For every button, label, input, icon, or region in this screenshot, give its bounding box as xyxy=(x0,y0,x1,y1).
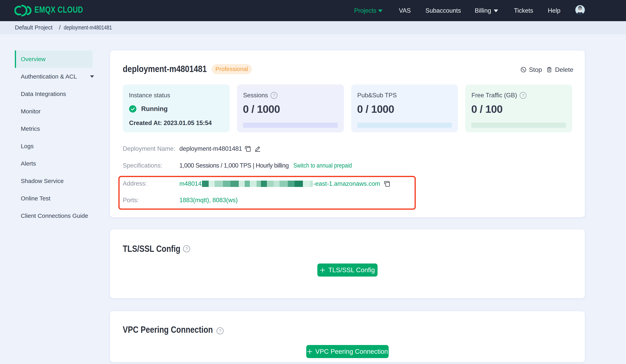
svg-text:?: ? xyxy=(522,93,524,98)
svg-text:?: ? xyxy=(185,246,188,251)
svg-text:?: ? xyxy=(219,328,221,333)
svg-text:?: ? xyxy=(273,93,275,98)
